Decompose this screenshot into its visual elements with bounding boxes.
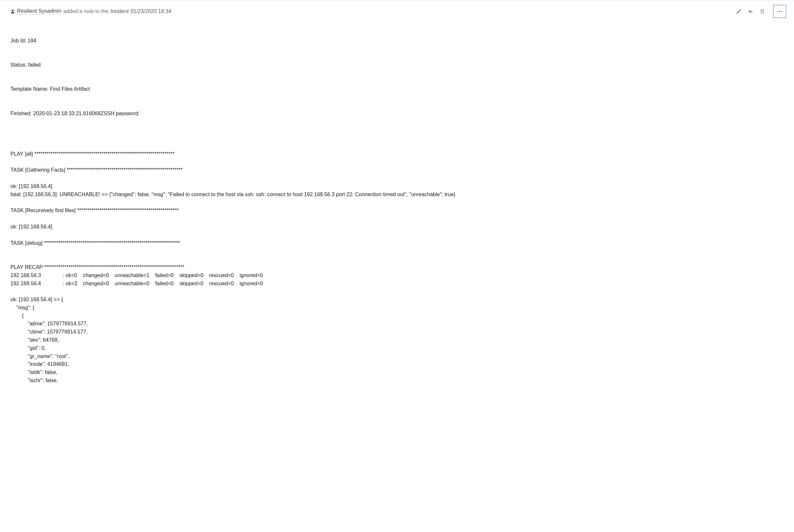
template-name-line: Template Name: Find Files Artifact	[11, 85, 786, 93]
delete-icon[interactable]	[759, 8, 765, 14]
note-header-left: Resilient Sysadmin added a note to the I…	[11, 8, 171, 15]
job-id-line: Job Id: 184	[11, 37, 786, 45]
edit-icon[interactable]	[736, 8, 742, 14]
more-actions-button[interactable]	[773, 5, 786, 18]
note-action-phrase: added a note to the	[63, 8, 108, 14]
note-target: Incident	[110, 8, 129, 14]
note-author-link[interactable]: Resilient Sysadmin	[17, 8, 61, 15]
note-timestamp: 01/23/2020 18:34	[131, 8, 171, 14]
note-container: Resilient Sysadmin added a note to the I…	[0, 0, 794, 407]
note-actions	[736, 5, 786, 18]
svg-point-2	[781, 11, 782, 12]
more-icon	[777, 11, 782, 12]
status-line: Status: failed	[11, 61, 786, 69]
svg-point-0	[777, 11, 778, 12]
svg-point-1	[779, 11, 780, 12]
ansible-output: PLAY [all] *****************************…	[11, 134, 786, 385]
user-icon	[11, 9, 15, 14]
note-body: Job Id: 184 Status: failed Template Name…	[11, 21, 786, 401]
note-header: Resilient Sysadmin added a note to the I…	[11, 5, 786, 18]
reply-icon[interactable]	[748, 8, 754, 14]
finished-line: Finished: 2020-01-23 18:33:21.616068ZSSH…	[11, 110, 786, 118]
